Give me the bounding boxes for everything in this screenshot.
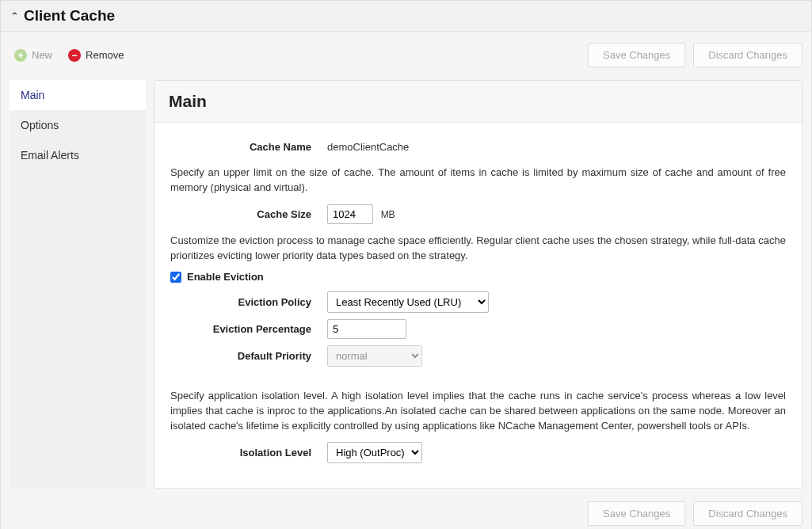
cache-name-label: Cache Name — [170, 141, 327, 153]
main-card-body: Cache Name demoClientCache Specify an up… — [154, 123, 802, 488]
default-priority-row: Default Priority normal — [170, 344, 786, 367]
isolation-level-label: Isolation Level — [170, 447, 327, 459]
eviction-policy-label: Eviction Policy — [170, 296, 327, 308]
eviction-policy-select[interactable]: Least Recently Used (LRU) — [327, 291, 489, 313]
discard-changes-button-top[interactable]: Discard Changes — [693, 43, 802, 67]
main-card: Main Cache Name demoClientCache Specify … — [154, 80, 802, 489]
footer-bar: Save Changes Discard Changes — [10, 497, 802, 526]
panel-body: + New − Remove Save Changes Discard Chan… — [1, 32, 811, 529]
main-heading: Main — [169, 92, 787, 111]
eviction-description: Customize the eviction process to manage… — [170, 234, 786, 264]
minus-icon: − — [68, 49, 81, 62]
panel-title: Client Cache — [24, 7, 115, 25]
collapse-toggle-icon[interactable]: ⌃ — [10, 10, 19, 22]
cache-name-value: demoClientCache — [327, 141, 409, 153]
content-row: Main Options Email Alerts Main Cache Nam… — [10, 80, 802, 489]
eviction-pct-row: Eviction Percentage — [170, 318, 786, 340]
eviction-pct-input[interactable] — [327, 319, 406, 339]
default-priority-label: Default Priority — [170, 350, 327, 362]
cache-size-label: Cache Size — [170, 208, 327, 220]
isolation-level-row: Isolation Level High (OutProc) — [170, 442, 786, 464]
eviction-policy-row: Eviction Policy Least Recently Used (LRU… — [170, 291, 786, 313]
isolation-level-select[interactable]: High (OutProc) — [327, 442, 422, 463]
eviction-pct-label: Eviction Percentage — [170, 323, 327, 335]
cache-size-input[interactable] — [327, 204, 373, 224]
enable-eviction-checkbox[interactable] — [170, 272, 181, 283]
toolbar-left: + New − Remove — [10, 49, 124, 62]
sidebar-tab-main[interactable]: Main — [10, 80, 146, 110]
default-priority-select: normal — [327, 345, 422, 367]
sidebar-tab-options[interactable]: Options — [10, 110, 146, 140]
isolation-description: Specify application isolation level. A h… — [170, 389, 786, 434]
toolbar-right: Save Changes Discard Changes — [588, 43, 802, 67]
cache-size-description: Specify an upper limit on the size of ca… — [170, 166, 786, 196]
plus-icon: + — [14, 49, 27, 62]
cache-name-row: Cache Name demoClientCache — [170, 135, 786, 158]
sidebar: Main Options Email Alerts — [10, 80, 146, 489]
discard-changes-button-bottom[interactable]: Discard Changes — [693, 501, 802, 526]
enable-eviction-label: Enable Eviction — [187, 271, 264, 283]
client-cache-panel: ⌃ Client Cache + New − Remove Save Chang… — [0, 0, 812, 529]
sidebar-tab-email-alerts[interactable]: Email Alerts — [10, 140, 146, 170]
cache-size-row: Cache Size MB — [170, 204, 786, 226]
save-changes-button-top[interactable]: Save Changes — [588, 43, 685, 67]
enable-eviction-row: Enable Eviction — [170, 271, 786, 283]
remove-button[interactable]: − Remove — [68, 49, 124, 62]
new-button: + New — [14, 49, 52, 62]
cache-size-unit: MB — [381, 209, 395, 220]
cache-size-value-wrap: MB — [327, 204, 395, 224]
main-card-header: Main — [154, 81, 802, 123]
panel-header: ⌃ Client Cache — [1, 1, 811, 32]
save-changes-button-bottom[interactable]: Save Changes — [588, 501, 685, 526]
toolbar: + New − Remove Save Changes Discard Chan… — [10, 40, 802, 72]
footer-actions: Save Changes Discard Changes — [588, 501, 802, 526]
